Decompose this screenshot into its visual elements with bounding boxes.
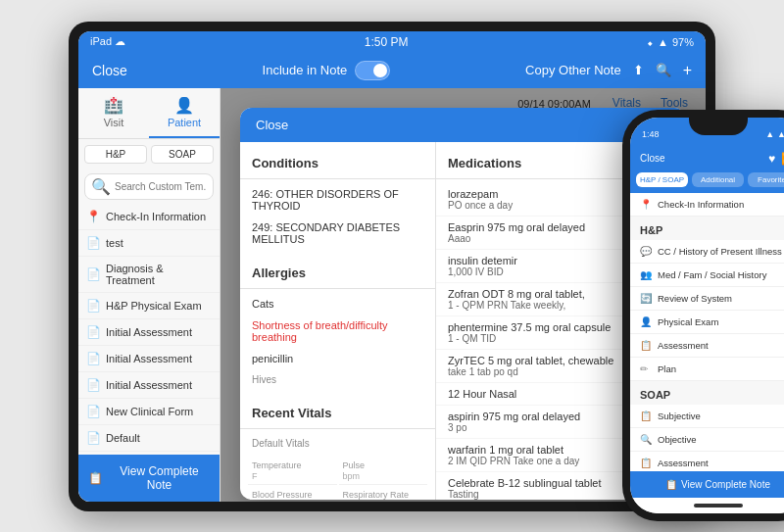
iphone-tab-favorites[interactable]: Favorites [748,172,784,187]
vitals-grid: Temperature F Pulse bpm Blood Pressure [240,454,435,500]
family-icon: 👥 [640,269,652,280]
sidebar-tab-soap[interactable]: SOAP [151,145,214,164]
share-icon[interactable]: ⬆ [633,63,644,77]
modal-left-panel: Conditions 246: OTHER DISORDERS OF THYRO… [240,142,436,500]
copy-other-note-label[interactable]: Copy Other Note [525,63,621,77]
iphone-cc-item[interactable]: 💬 CC / History of Present Illness [630,240,784,264]
conditions-divider [240,178,435,179]
ipad-navbar: Close Include in Note Copy Other Note ⬆ … [78,53,706,88]
patient-tab-label: Patient [168,117,201,128]
ipad-device: iPad ☁ 1:50 PM ⬥ ▲ 97% Close Include in … [69,22,715,511]
sidebar-item-hap-physical[interactable]: 📄 H&P Physical Exam [78,293,220,319]
iphone-assessment-label-hap: Assessment [658,340,709,351]
iphone-home-bar [694,504,743,508]
med-7-name: 12 Hour Nasal [448,388,516,400]
iphone-tab-additional[interactable]: Additional [692,172,744,187]
iphone-status-right: ▲ ▲ ▮ [765,129,784,139]
add-icon[interactable]: + [683,62,692,79]
doc-icon-2: 📄 [86,267,100,281]
heart-icon: ♥ [768,152,775,166]
include-in-note-label: Include in Note [263,63,348,77]
patient-icon: 👤 [174,96,194,115]
iphone-close-button[interactable]: Close [640,153,665,164]
vitals-divider [240,428,435,429]
vital-temperature: Temperature F [248,458,337,485]
vital-pulse: Pulse bpm [339,458,428,485]
iphone-objective-item[interactable]: 🔍 Objective [630,428,784,452]
vital-bp: Blood Pressure mmHg [248,487,337,500]
sidebar-tab-patient[interactable]: 👤 Patient [149,88,220,138]
sidebar-item-label: Initial Assessment [106,326,192,338]
ipad-content: 🏥 Visit 👤 Patient H&P SOAP 🔍 [78,88,706,502]
default-vitals-header: Default Vitals [240,433,435,454]
signal-icon: ▲ [765,129,774,139]
ipad-navbar-left[interactable]: Close [92,62,127,79]
modal-close-button[interactable]: Close [256,118,288,132]
iphone-physical-item[interactable]: 👤 Physical Exam [630,311,784,334]
objective-icon: 🔍 [640,434,652,445]
sidebar-item-label: Default [106,432,140,444]
modal-header: Close [240,108,686,142]
sidebar-item-label: H&P Physical Exam [106,300,202,312]
iphone-medfam-item[interactable]: 👥 Med / Fam / Social History [630,264,784,287]
sidebar-item-diagnosis[interactable]: 📄 Diagnosis & Treatment [78,257,220,293]
sidebar-main-tabs: 🏥 Visit 👤 Patient [78,88,220,139]
iphone-soap-header: SOAP [630,381,784,405]
iphone-time: 1:48 [642,129,660,139]
iphone-plan-item-hap[interactable]: ✏ Plan [630,358,784,381]
vital-temp-label: Temperature [252,460,333,470]
condition-item-2: 249: SECONDARY DIABETES MELLITUS [240,217,435,250]
sidebar-item-default[interactable]: 📄 Default [78,425,220,452]
conditions-header: Conditions [240,150,435,174]
sidebar-tab-visit[interactable]: 🏥 Visit [78,88,149,138]
include-in-note-toggle[interactable] [355,61,390,80]
iphone-tabs: H&P / SOAP Additional Favorites [630,172,784,193]
iphone-view-note-button[interactable]: 📋 View Complete Note [630,471,784,498]
allergy-penicillin-reaction: Hives [240,369,435,390]
ipad-status-bar: iPad ☁ 1:50 PM ⬥ ▲ 97% [78,31,706,53]
allergy-cats-reaction: Shortness of breath/difficulty breathing [240,314,435,348]
iphone-tab-hap-soap[interactable]: H&P / SOAP [636,172,688,187]
iphone-screen: 1:48 ▲ ▲ ▮ Close ♥ 📶 H&P / SOAP Addition… [630,118,784,513]
med-3-name: insulin detemir [448,255,517,266]
allergy-penicillin-name: penicillin [240,348,435,369]
ipad-close-button[interactable]: Close [92,63,127,78]
iphone-notch [689,118,748,135]
view-complete-note-button[interactable]: 📋 View Complete Note [78,455,220,502]
ipad-label: iPad ☁ [90,35,125,48]
doc-icon-1: 📄 [86,236,100,250]
iphone-physical-label: Physical Exam [658,316,718,327]
sidebar-item-initial-1[interactable]: 📄 Initial Assessment [78,319,220,346]
sidebar-tab-hap[interactable]: H&P [84,145,147,164]
subjective-icon: 📋 [640,411,652,421]
iphone-navbar: Close ♥ 📶 [630,145,784,172]
iphone-ros-item[interactable]: 🔄 Review of System [630,287,784,311]
iphone-subjective-label: Subjective [658,411,701,421]
med-9-name: warfarin 1 mg oral tablet [448,444,564,456]
sidebar-search-box[interactable]: 🔍 [84,173,214,200]
pencil-icon-1: ✏ [640,363,652,374]
sidebar-item-checkin[interactable]: 📍 Check-In Information [78,204,220,230]
iphone-assessment-item-hap[interactable]: 📋 Assessment [630,334,784,358]
iphone-plan-label-hap: Plan [658,363,676,374]
iphone-assessment-item-soap[interactable]: 📋 Assessment [630,452,784,471]
med-4-name: Zofran ODT 8 mg oral tablet, [448,288,585,300]
iphone-ros-label: Review of System [658,293,732,304]
iphone-subjective-item[interactable]: 📋 Subjective [630,405,784,428]
sidebar-item-new-clinical-1[interactable]: 📄 New Clinical Form [78,399,220,425]
iphone-checkin-item[interactable]: 📍 Check-In Information [630,193,784,217]
iphone-device: 1:48 ▲ ▲ ▮ Close ♥ 📶 H&P / SOAP Addition… [622,110,784,521]
sidebar-item-initial-2[interactable]: 📄 Initial Assessment [78,346,220,372]
wifi-icon-iphone: ▲ [777,129,784,139]
doc-icon-8: 📄 [86,431,100,445]
search-icon[interactable]: 🔍 [656,63,671,77]
iphone-note-icon: 📋 [665,479,677,490]
search-input[interactable] [115,181,207,192]
allergies-divider [240,288,435,289]
sidebar-item-test[interactable]: 📄 test [78,230,220,257]
doc-icon-4: 📄 [86,325,100,339]
person-icon: 👤 [640,316,652,327]
sidebar-item-initial-3[interactable]: 📄 Initial Assessment [78,372,220,399]
doc-icon-5: 📄 [86,352,100,365]
iphone-assessment-label-soap: Assessment [658,458,709,468]
